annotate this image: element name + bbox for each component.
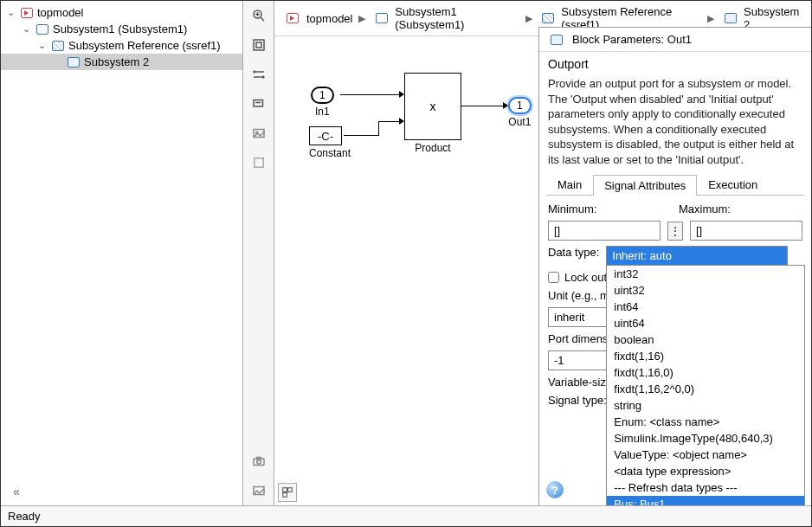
block-label: Out1	[508, 116, 532, 128]
subsystem-icon	[375, 12, 388, 24]
signal-line[interactable]	[340, 94, 401, 95]
svg-rect-19	[283, 493, 287, 498]
datatype-value[interactable]: Inherit: auto	[606, 246, 788, 266]
dd-option[interactable]: uint32	[607, 282, 804, 299]
signal-line[interactable]	[344, 135, 378, 136]
tree-item-subsystem2[interactable]: Subsystem 2	[1, 54, 242, 70]
tree-label: Subsystem 2	[84, 55, 149, 68]
constant-box: -C-	[309, 126, 342, 145]
dd-option[interactable]: int32	[607, 266, 804, 282]
tree-item-ssref[interactable]: ⌄ Subsystem Reference (ssref1)	[1, 37, 242, 54]
block-icon	[550, 34, 564, 46]
model-browser-tree[interactable]: ⌄ topmodel ⌄ Subsystem1 (Subsystem1) ⌄ S…	[1, 1, 243, 505]
breadcrumb-sep-icon: ▶	[706, 13, 716, 24]
panel-title: Block Parameters: Out1	[572, 33, 692, 46]
block-label: Product	[404, 142, 461, 154]
svg-rect-5	[256, 42, 261, 48]
block-in1[interactable]: 1 In1	[311, 87, 334, 118]
topmodel-icon	[20, 7, 34, 19]
tree-expand-toggle[interactable]: ⌄	[35, 40, 48, 51]
breadcrumb-label: Subsystem1 (Subsystem1)	[395, 5, 519, 31]
tab-signal-attributes[interactable]: Signal Attributes	[593, 175, 697, 196]
topmodel-icon	[286, 12, 300, 24]
signal-line[interactable]	[378, 121, 401, 122]
minimum-more-button[interactable]: ⋮	[667, 222, 683, 241]
datatype-dropdown[interactable]: Inherit: auto int32 uint32 int64 uint64 …	[606, 246, 788, 266]
viewmark-icon[interactable]	[249, 481, 268, 500]
breadcrumb-item[interactable]: topmodel	[280, 11, 355, 26]
tab-execution[interactable]: Execution	[697, 174, 769, 195]
svg-line-1	[261, 17, 264, 21]
dd-option[interactable]: boolean	[607, 331, 804, 348]
block-parameters-panel: Block Parameters: Out1 Outport Provide a…	[538, 27, 811, 505]
svg-rect-4	[254, 40, 264, 50]
lock-output-checkbox[interactable]	[548, 272, 559, 283]
tree-label: Subsystem1 (Subsystem1)	[53, 22, 187, 35]
dd-option[interactable]: fixdt(1,16,0)	[607, 364, 804, 381]
arrowhead-icon	[399, 118, 404, 125]
signal-line[interactable]	[461, 106, 505, 106]
dd-option[interactable]: --- Refresh data types ---	[607, 479, 804, 496]
dd-option[interactable]: Simulink.ImageType(480,640,3)	[607, 430, 804, 447]
sub2-icon	[67, 56, 81, 68]
dd-option[interactable]: Enum: <class name>	[607, 414, 804, 430]
arrowhead-icon	[399, 91, 404, 98]
breadcrumb-sep-icon: ▶	[524, 13, 534, 24]
maximum-label: Maximum:	[679, 202, 802, 215]
panel-titlebar[interactable]: Block Parameters: Out1	[539, 28, 811, 52]
dd-option[interactable]: uint64	[607, 315, 804, 331]
block-label: In1	[311, 106, 334, 118]
outport-oval: 1	[508, 97, 532, 114]
tree-label: Subsystem Reference (ssref1)	[68, 39, 221, 52]
dd-option[interactable]: <data type expression>	[607, 463, 804, 479]
param-form: Minimum: Maximum: [] ⋮ [] Data type:	[539, 196, 811, 414]
bird-eye-view-button[interactable]	[278, 483, 297, 502]
param-tabs: Main Signal Attributes Execution	[546, 174, 804, 196]
zoom-in-icon[interactable]	[249, 6, 268, 25]
canvas-toolstrip: «	[243, 1, 274, 505]
block-product[interactable]: x Product	[404, 73, 461, 154]
maximum-input[interactable]: []	[690, 221, 802, 241]
annotation-icon[interactable]	[249, 94, 268, 113]
minimum-label: Minimum:	[548, 202, 672, 215]
tree-label: topmodel	[37, 6, 83, 19]
block-label: Constant	[309, 147, 351, 159]
tree-item-subsystem1[interactable]: ⌄ Subsystem1 (Subsystem1)	[1, 21, 242, 37]
tree-expand-toggle[interactable]: ⌄	[4, 7, 16, 18]
screenshot-icon[interactable]	[249, 452, 268, 471]
fit-to-view-icon[interactable]	[249, 35, 268, 55]
breadcrumb-item[interactable]: Subsystem1 (Subsystem1)	[369, 4, 521, 32]
svg-point-14	[256, 460, 261, 465]
breadcrumb-label: topmodel	[306, 12, 352, 25]
product-box: x	[404, 73, 461, 140]
subsystem-icon	[35, 23, 49, 35]
inport-oval: 1	[311, 87, 334, 104]
image-icon[interactable]	[249, 124, 268, 143]
tree-expand-toggle[interactable]: ⌄	[20, 23, 32, 35]
dd-option[interactable]: string	[607, 397, 804, 414]
sub2-icon	[724, 12, 737, 24]
tab-main[interactable]: Main	[546, 174, 593, 195]
dd-option[interactable]: int64	[607, 299, 804, 315]
tree-item-topmodel[interactable]: ⌄ topmodel	[1, 4, 242, 21]
section-heading: Outport	[539, 52, 811, 74]
breadcrumb-sep-icon: ▶	[357, 13, 367, 24]
help-icon[interactable]: ?	[546, 481, 564, 498]
dd-option[interactable]: ValueType: <object name>	[607, 447, 804, 463]
datatype-options-list[interactable]: int32 uint32 int64 uint64 boolean fixdt(…	[606, 265, 805, 505]
signal-line[interactable]	[378, 121, 379, 136]
block-constant[interactable]: -C- Constant	[309, 126, 351, 159]
svg-rect-12	[254, 158, 263, 168]
block-out1[interactable]: 1 Out1	[508, 97, 532, 128]
area-icon[interactable]	[249, 153, 268, 172]
dd-option[interactable]: fixdt(1,16,2^0,0)	[607, 381, 804, 397]
minimum-input[interactable]: []	[548, 221, 661, 241]
canvas-area: topmodel ▶ Subsystem1 (Subsystem1) ▶ Sub…	[274, 1, 811, 505]
section-description: Provide an output port for a subsystem o…	[539, 74, 811, 174]
status-bar: Ready	[1, 505, 811, 526]
datatype-label: Data type:	[548, 246, 599, 259]
dd-option[interactable]: Bus: Bus1	[607, 496, 804, 505]
toggle-perspective-icon[interactable]	[249, 65, 268, 84]
dd-option[interactable]: fixdt(1,16)	[607, 348, 804, 364]
collapse-toolstrip-icon[interactable]: «	[7, 482, 26, 501]
